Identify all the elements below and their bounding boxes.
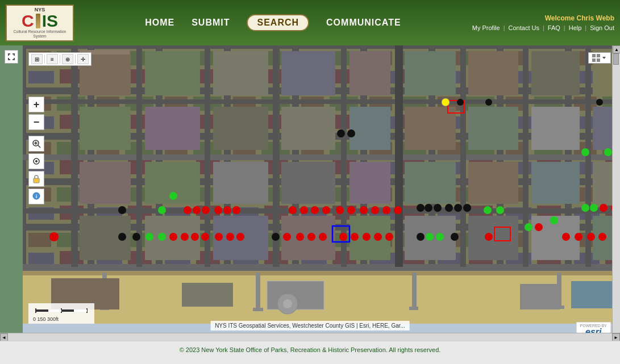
svg-point-99	[445, 204, 453, 212]
svg-rect-28	[213, 51, 268, 95]
nav-submit[interactable]: SUBMIT	[192, 18, 230, 28]
svg-point-154	[598, 233, 606, 241]
user-signout-link[interactable]: Sign Out	[590, 24, 614, 31]
svg-rect-69	[256, 273, 260, 309]
svg-rect-41	[468, 107, 518, 150]
zoom-in-button[interactable]: +	[28, 97, 44, 112]
svg-point-152	[575, 233, 582, 241]
lock-button[interactable]	[28, 171, 44, 187]
svg-point-80	[283, 299, 292, 308]
svg-point-133	[272, 233, 280, 241]
svg-point-108	[289, 206, 297, 214]
magnify-button[interactable]	[28, 136, 44, 152]
svg-point-106	[223, 206, 231, 214]
svg-point-131	[226, 233, 234, 241]
svg-point-117	[394, 206, 402, 214]
svg-point-96	[417, 204, 425, 212]
svg-point-125	[158, 233, 166, 241]
svg-rect-47	[281, 162, 335, 204]
svg-point-139	[351, 233, 359, 241]
svg-rect-22	[460, 45, 466, 267]
nav-communicate[interactable]: COMMUNICATE	[326, 18, 401, 28]
table-view-icon[interactable]: ⊞	[31, 54, 43, 64]
zoom-out-button[interactable]: −	[28, 114, 44, 130]
svg-point-159	[600, 204, 607, 212]
svg-point-121	[49, 232, 59, 241]
svg-rect-52	[593, 162, 612, 204]
svg-point-101	[463, 204, 471, 212]
svg-rect-33	[531, 51, 580, 95]
globe-icon[interactable]: ⊕	[62, 54, 73, 64]
svg-line-165	[38, 145, 40, 148]
map-attribution: NYS ITS Geospatial Services, Westchester…	[210, 321, 410, 330]
svg-point-90	[442, 98, 450, 106]
list-view-icon[interactable]: ≡	[47, 54, 58, 64]
svg-rect-182	[48, 309, 61, 312]
logo-area: NYS C IS Cultural Resource Information S…	[6, 5, 74, 41]
v-scroll-thumb[interactable]	[613, 53, 619, 65]
vertical-scrollbar[interactable]: ▲ ▼	[612, 45, 620, 341]
h-scroll-track[interactable]	[8, 333, 612, 341]
horizontal-scrollbar[interactable]: ◄ ►	[0, 333, 620, 341]
svg-point-112	[336, 206, 344, 214]
svg-point-126	[169, 233, 177, 241]
user-faq-link[interactable]: FAQ	[548, 24, 560, 31]
svg-rect-32	[468, 51, 518, 95]
scale-bar: 0 150 300ft	[28, 303, 94, 324]
svg-rect-37	[213, 107, 268, 150]
scroll-right-button[interactable]: ►	[612, 333, 620, 341]
svg-point-130	[215, 233, 223, 241]
svg-point-149	[535, 223, 543, 231]
v-scroll-track[interactable]	[613, 53, 620, 333]
svg-point-147	[485, 233, 493, 241]
logo-subtitle: Cultural Resource Information System	[9, 30, 70, 39]
svg-point-146	[451, 233, 459, 241]
svg-point-162	[337, 129, 345, 137]
svg-point-129	[201, 233, 209, 241]
svg-point-95	[118, 206, 126, 214]
measure-icon[interactable]: ✛	[77, 54, 89, 64]
divider2	[60, 55, 60, 64]
user-contact-link[interactable]: Contact Us	[509, 24, 539, 31]
svg-point-153	[587, 233, 595, 241]
footer-text: © 2023 New York State Office of Parks, R…	[180, 346, 441, 353]
svg-rect-51	[531, 162, 580, 204]
svg-rect-44	[80, 162, 131, 204]
svg-point-115	[371, 206, 379, 214]
nav-area: HOME SUBMIT SEARCH COMMUNICATE	[74, 14, 472, 31]
nav-home[interactable]: HOME	[145, 18, 174, 28]
svg-rect-35	[80, 107, 131, 150]
nav-search[interactable]: SEARCH	[247, 14, 309, 31]
svg-point-142	[385, 233, 393, 241]
svg-rect-23	[523, 45, 529, 267]
svg-rect-70	[253, 308, 263, 311]
svg-rect-181	[36, 309, 48, 312]
scroll-up-button[interactable]: ▲	[613, 45, 620, 53]
svg-rect-43	[593, 107, 612, 150]
svg-point-102	[184, 206, 192, 214]
svg-point-110	[311, 206, 319, 214]
svg-point-87	[457, 99, 464, 106]
divider	[44, 55, 45, 64]
expand-icon[interactable]	[5, 50, 18, 64]
svg-point-122	[118, 233, 126, 241]
svg-rect-183	[61, 309, 74, 312]
pan-button[interactable]	[28, 153, 44, 169]
svg-rect-29	[281, 51, 335, 95]
user-help-link[interactable]: Help	[569, 24, 582, 31]
svg-point-151	[562, 233, 570, 241]
svg-rect-39	[349, 107, 390, 150]
footer: © 2023 New York State Office of Parks, R…	[0, 341, 620, 358]
svg-point-94	[158, 206, 166, 214]
svg-rect-27	[145, 51, 200, 95]
layer-switcher-button[interactable]	[588, 52, 611, 64]
scroll-left-button[interactable]: ◄	[0, 333, 8, 341]
svg-point-100	[454, 204, 462, 212]
map-viewport[interactable]	[23, 45, 612, 333]
user-profile-link[interactable]: My Profile	[472, 24, 500, 31]
svg-point-105	[214, 206, 222, 214]
svg-point-127	[181, 233, 189, 241]
svg-point-141	[374, 233, 382, 241]
svg-point-119	[484, 206, 492, 214]
info-button[interactable]: i	[28, 189, 44, 204]
